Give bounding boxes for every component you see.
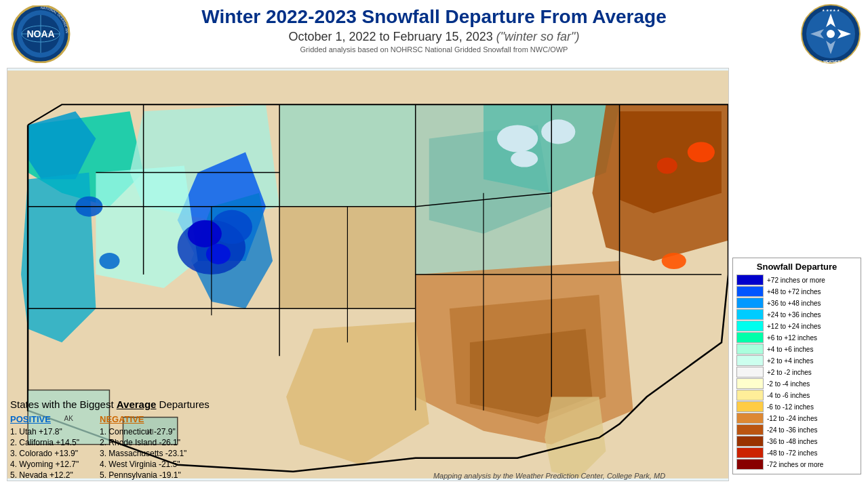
legend-label: -36 to -48 inches <box>767 438 818 445</box>
legend-label: -12 to -24 inches <box>767 415 818 422</box>
legend-color-box <box>736 436 764 447</box>
list-item: 3. Massachusetts -23.1" <box>100 449 186 458</box>
legend-color-box <box>736 332 764 343</box>
legend-item: -48 to -72 inches <box>736 447 857 458</box>
legend-title: Snowfall Departure <box>736 262 857 272</box>
legend-label: +24 to +36 inches <box>767 311 821 319</box>
svg-point-14 <box>827 30 835 38</box>
legend-color-box <box>736 401 764 412</box>
legend-color-box <box>736 447 764 458</box>
list-item: 5. Pennsylvania -19.1" <box>100 470 186 480</box>
legend-item: -2 to -4 inches <box>736 378 857 389</box>
svg-marker-25 <box>96 166 197 289</box>
subtitle-italic: ("winter so far") <box>496 30 580 43</box>
legend-label: -72 inches or more <box>767 461 823 468</box>
legend-item: -4 to -6 inches <box>736 390 857 401</box>
negative-list: 1. Connecticut -27.9"2. Rhode Island -26… <box>100 427 186 480</box>
legend-color-box <box>736 459 764 470</box>
main-title: Winter 2022-2023 Snowfall Departure From… <box>81 5 787 28</box>
list-item: 4. West Virginia -21.5" <box>100 460 186 469</box>
mapping-credit: Mapping analysis by the Weather Predicti… <box>373 472 726 480</box>
subtitle: October 1, 2022 to February 15, 2023 ("w… <box>81 30 787 44</box>
negative-column: NEGATIVE 1. Connecticut -27.9"2. Rhode I… <box>100 414 186 481</box>
page-header: Winter 2022-2023 Snowfall Departure From… <box>81 5 787 54</box>
legend: Snowfall Departure +72 inches or more +4… <box>732 258 861 474</box>
legend-label: -4 to -6 inches <box>767 392 810 399</box>
legend-label: +36 to +48 inches <box>767 300 821 307</box>
list-item: 2. Rhode Island -26.1" <box>100 438 186 447</box>
source-text: Gridded analysis based on NOHRSC Nationa… <box>81 45 787 54</box>
svg-point-34 <box>497 125 538 152</box>
list-item: 2. California +14.5" <box>10 438 79 447</box>
legend-item: -12 to -24 inches <box>736 413 857 424</box>
legend-label: -48 to -72 inches <box>767 449 818 457</box>
nws-logo: NATIONAL WEATHER SERVICE ★ ★ ★ ★ ★ <box>800 3 861 64</box>
legend-label: -6 to -12 inches <box>767 403 814 411</box>
legend-item: +24 to +36 inches <box>736 309 857 320</box>
legend-item: +72 inches or more <box>736 274 857 285</box>
svg-marker-29 <box>279 104 416 206</box>
svg-point-48 <box>206 244 231 264</box>
legend-item: -36 to -48 inches <box>736 436 857 447</box>
legend-item: +2 to +4 inches <box>736 355 857 366</box>
legend-label: -24 to -36 inches <box>767 426 818 434</box>
positive-list: 1. Utah +17.8"2. California +14.5"3. Col… <box>10 427 79 480</box>
list-item: 1. Utah +17.8" <box>10 427 79 436</box>
svg-point-47 <box>188 220 222 247</box>
svg-point-44 <box>662 253 686 269</box>
legend-color-box <box>736 298 764 308</box>
legend-label: -2 to -4 inches <box>767 380 810 388</box>
legend-label: +72 inches or more <box>767 277 825 284</box>
states-columns: POSITIVE 1. Utah +17.8"2. California +14… <box>10 414 383 481</box>
subtitle-prefix: October 1, 2022 to February 15, 2023 <box>288 30 496 43</box>
noaa-logo: NOAA NATIONAL OCEANIC AND ATMOSPHERIC AD… <box>7 5 75 63</box>
legend-item: +2 to -2 inches <box>736 367 857 378</box>
legend-color-box <box>736 344 764 354</box>
legend-label: +12 to +24 inches <box>767 323 821 330</box>
legend-color-box <box>736 367 764 378</box>
legend-color-box <box>736 321 764 331</box>
states-title-avg: Average <box>117 399 157 410</box>
svg-point-35 <box>541 119 575 144</box>
negative-header: NEGATIVE <box>100 414 186 424</box>
legend-item: +36 to +48 inches <box>736 298 857 308</box>
legend-label: +48 to +72 inches <box>767 288 821 296</box>
legend-color-box <box>736 355 764 366</box>
positive-header: POSITIVE <box>10 414 79 424</box>
main-container: NOAA NATIONAL OCEANIC AND ATMOSPHERIC AD… <box>0 0 868 488</box>
list-item: 4. Wyoming +12.7" <box>10 460 79 469</box>
legend-label: +2 to -2 inches <box>767 369 812 376</box>
legend-color-box <box>736 309 764 320</box>
svg-point-43 <box>657 158 677 174</box>
legend-color-box <box>736 413 764 424</box>
legend-item: -6 to -12 inches <box>736 401 857 412</box>
states-title: States with the Biggest Average Departur… <box>10 399 383 410</box>
legend-color-box <box>736 390 764 401</box>
legend-label: +4 to +6 inches <box>767 346 813 353</box>
legend-items: +72 inches or more +48 to +72 inches +36… <box>736 274 857 470</box>
svg-text:NOAA: NOAA <box>26 28 54 39</box>
legend-item: +12 to +24 inches <box>736 321 857 331</box>
legend-item: +48 to +72 inches <box>736 286 857 297</box>
legend-item: -24 to -36 inches <box>736 424 857 435</box>
legend-color-box <box>736 274 764 285</box>
svg-text:★ ★ ★ ★ ★: ★ ★ ★ ★ ★ <box>822 8 840 12</box>
legend-item: +6 to +12 inches <box>736 332 857 343</box>
bottom-section: States with the Biggest Average Departur… <box>10 399 383 481</box>
svg-point-50 <box>99 253 119 269</box>
legend-color-box <box>736 424 764 435</box>
list-item: 3. Colorado +13.9" <box>10 449 79 458</box>
legend-item: -72 inches or more <box>736 459 857 470</box>
svg-text:NATIONAL WEATHER SERVICE: NATIONAL WEATHER SERVICE <box>806 60 857 64</box>
legend-label: +2 to +4 inches <box>767 357 813 365</box>
svg-point-36 <box>511 150 538 167</box>
states-title-end: Departures <box>156 399 209 410</box>
svg-point-42 <box>688 142 715 162</box>
legend-color-box <box>736 286 764 297</box>
positive-column: POSITIVE 1. Utah +17.8"2. California +14… <box>10 414 79 481</box>
list-item: 5. Nevada +12.2" <box>10 470 79 480</box>
states-title-start: States with the Biggest <box>10 399 117 410</box>
legend-item: +4 to +6 inches <box>736 344 857 354</box>
legend-label: +6 to +12 inches <box>767 334 817 342</box>
list-item: 1. Connecticut -27.9" <box>100 427 186 436</box>
